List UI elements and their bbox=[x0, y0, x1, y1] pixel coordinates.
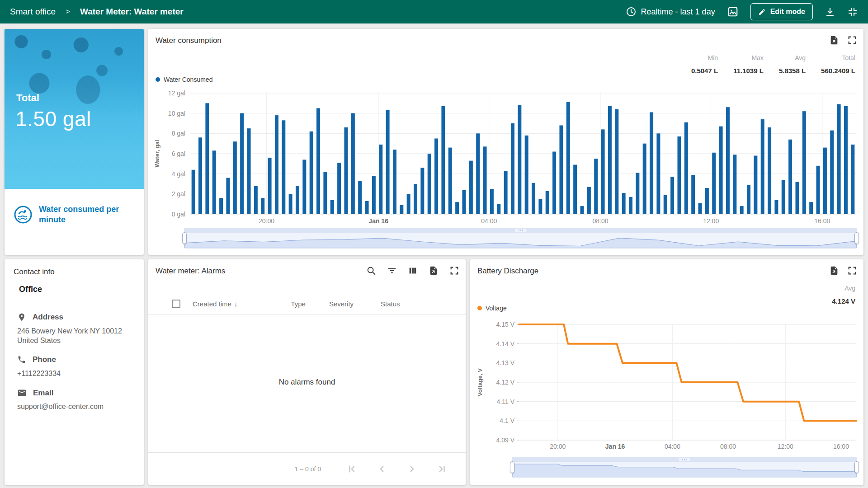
datazoom-scrollbar[interactable] bbox=[512, 457, 857, 462]
bar[interactable] bbox=[754, 155, 757, 214]
bar[interactable] bbox=[580, 206, 584, 214]
prev-page-icon[interactable] bbox=[377, 464, 387, 474]
bar[interactable] bbox=[337, 163, 341, 214]
bar[interactable] bbox=[511, 123, 514, 214]
bar[interactable] bbox=[656, 133, 660, 214]
bar[interactable] bbox=[219, 198, 223, 214]
bar[interactable] bbox=[407, 194, 410, 214]
bar[interactable] bbox=[608, 106, 612, 214]
battery-discharge-chart[interactable]: 4.09 V4.1 V4.11 V4.12 V4.13 V4.14 V4.15 … bbox=[474, 314, 860, 449]
bar[interactable] bbox=[851, 145, 854, 214]
bar[interactable] bbox=[268, 158, 272, 214]
bar[interactable] bbox=[740, 206, 744, 214]
bar[interactable] bbox=[476, 133, 480, 214]
bar[interactable] bbox=[788, 140, 792, 214]
bar[interactable] bbox=[761, 119, 764, 214]
bar[interactable] bbox=[323, 172, 327, 214]
bar[interactable] bbox=[414, 184, 417, 214]
water-consumed-per-minute-link[interactable]: Water consumed per minute bbox=[14, 204, 134, 225]
bar[interactable] bbox=[650, 112, 653, 214]
datazoom-left-handle[interactable] bbox=[182, 232, 187, 244]
bar[interactable] bbox=[691, 175, 695, 214]
bar[interactable] bbox=[594, 159, 598, 214]
bar[interactable] bbox=[768, 127, 771, 214]
bar[interactable] bbox=[677, 136, 681, 214]
next-page-icon[interactable] bbox=[407, 464, 417, 474]
bar[interactable] bbox=[344, 127, 348, 214]
bar[interactable] bbox=[664, 195, 667, 214]
datazoom-right-handle[interactable] bbox=[854, 232, 859, 244]
column-type[interactable]: Type bbox=[291, 300, 306, 308]
bar[interactable] bbox=[310, 131, 313, 214]
bar[interactable] bbox=[566, 102, 570, 214]
datazoom-grip[interactable] bbox=[679, 458, 690, 461]
bar[interactable] bbox=[552, 152, 556, 214]
datazoom-scrollbar[interactable] bbox=[184, 228, 857, 233]
export-icon[interactable] bbox=[429, 266, 439, 276]
bar[interactable] bbox=[302, 160, 306, 214]
bar[interactable] bbox=[573, 165, 577, 214]
bar[interactable] bbox=[448, 148, 452, 214]
bar[interactable] bbox=[684, 122, 688, 214]
bar[interactable] bbox=[490, 189, 494, 214]
bar[interactable] bbox=[226, 178, 230, 214]
filter-icon[interactable] bbox=[387, 266, 397, 276]
voltage-line[interactable] bbox=[519, 324, 856, 421]
bar[interactable] bbox=[393, 150, 396, 214]
bar[interactable] bbox=[823, 148, 827, 214]
bar[interactable] bbox=[261, 198, 264, 214]
bar[interactable] bbox=[546, 191, 549, 214]
bar[interactable] bbox=[428, 154, 431, 214]
bar[interactable] bbox=[622, 193, 626, 214]
bar[interactable] bbox=[518, 105, 521, 214]
bar[interactable] bbox=[719, 127, 723, 214]
first-page-icon[interactable] bbox=[347, 464, 357, 474]
water-legend[interactable]: Water Consumed bbox=[156, 76, 212, 83]
column-severity[interactable]: Severity bbox=[329, 300, 354, 308]
bar[interactable] bbox=[802, 111, 806, 214]
bar[interactable] bbox=[469, 161, 473, 214]
bar[interactable] bbox=[643, 144, 646, 214]
bar[interactable] bbox=[212, 150, 216, 214]
columns-icon[interactable] bbox=[408, 266, 418, 276]
bar[interactable] bbox=[192, 170, 195, 214]
bar[interactable] bbox=[400, 205, 403, 214]
bar[interactable] bbox=[289, 194, 292, 214]
column-status[interactable]: Status bbox=[381, 300, 400, 308]
bar[interactable] bbox=[462, 190, 466, 214]
bar[interactable] bbox=[254, 186, 258, 214]
bar[interactable] bbox=[795, 182, 799, 214]
datazoom-left-handle[interactable] bbox=[510, 461, 514, 473]
download-icon[interactable] bbox=[825, 6, 835, 17]
export-icon[interactable] bbox=[829, 35, 839, 45]
bar[interactable] bbox=[809, 202, 813, 214]
bar[interactable] bbox=[275, 115, 278, 214]
datazoom-right-handle[interactable] bbox=[854, 461, 859, 473]
bar[interactable] bbox=[455, 202, 459, 214]
bar[interactable] bbox=[198, 137, 202, 214]
bar[interactable] bbox=[420, 168, 424, 214]
water-consumption-chart[interactable]: 0 gal2 gal4 gal6 gal8 gal10 gal12 gal20:… bbox=[152, 87, 860, 227]
last-page-icon[interactable] bbox=[437, 464, 447, 474]
select-all-checkbox[interactable] bbox=[172, 300, 180, 308]
datazoom-grip[interactable] bbox=[515, 229, 527, 232]
bar[interactable] bbox=[379, 145, 382, 214]
bar[interactable] bbox=[532, 183, 535, 214]
fullscreen-exit-icon[interactable] bbox=[847, 6, 858, 17]
bar[interactable] bbox=[358, 181, 362, 214]
water-datazoom[interactable] bbox=[184, 228, 857, 249]
bar[interactable] bbox=[205, 103, 209, 214]
bar[interactable] bbox=[441, 106, 445, 214]
export-icon[interactable] bbox=[829, 266, 839, 276]
bar[interactable] bbox=[233, 141, 237, 214]
edit-mode-button[interactable]: Edit mode bbox=[750, 3, 813, 20]
timewindow-button[interactable]: Realtime - last 1 day bbox=[626, 6, 715, 17]
bar[interactable] bbox=[247, 128, 251, 214]
bar[interactable] bbox=[698, 203, 702, 214]
fullscreen-icon[interactable] bbox=[449, 266, 459, 276]
bar[interactable] bbox=[601, 129, 605, 214]
bar[interactable] bbox=[636, 173, 639, 214]
battery-datazoom[interactable] bbox=[512, 457, 857, 478]
bar[interactable] bbox=[538, 199, 542, 215]
bar[interactable] bbox=[587, 187, 591, 214]
